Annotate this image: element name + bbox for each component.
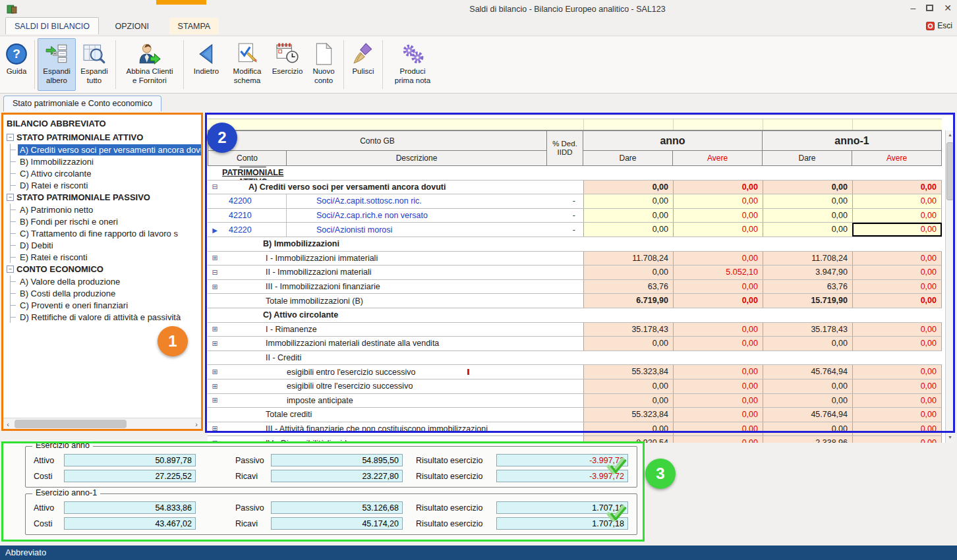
table-row[interactable]: Totale crediti55.323,840,0045.764,940,00 (208, 408, 942, 422)
value-cell[interactable]: 0,00 (673, 394, 763, 408)
table-row[interactable]: C) Attivo circolante (208, 308, 942, 323)
minimize-button[interactable]: – (910, 3, 915, 13)
value-cell[interactable]: 0,00 (852, 365, 942, 379)
table-row[interactable]: ⊟A) Crediti verso soci per versamenti an… (208, 181, 942, 195)
scroll-down-icon[interactable]: ▼ (946, 433, 954, 442)
value-cell[interactable]: 0,00 (852, 209, 942, 223)
tree-item[interactable]: C) Trattamento di fine rapporto di lavor… (11, 227, 200, 239)
value-cell[interactable]: 0,00 (852, 379, 942, 393)
value-cell[interactable]: 0,00 (583, 223, 673, 237)
table-row[interactable]: ⊞IV - Disponibilità liquide8.920,540,002… (208, 436, 942, 443)
value-cell[interactable]: 0,00 (852, 280, 942, 294)
value-cell[interactable]: 0,00 (852, 337, 942, 350)
value-cell[interactable]: 0,00 (763, 194, 852, 208)
tree-section[interactable]: −STATO PATRIMONIALE ATTIVO (7, 131, 200, 144)
scrollbar-thumb[interactable] (14, 420, 127, 428)
table-row[interactable]: ⊟II - Immobilizzazioni materiali0,005.05… (208, 266, 942, 280)
value-cell[interactable]: 0,00 (673, 365, 763, 379)
value-cell[interactable] (673, 166, 763, 180)
costi-field[interactable]: 27.225,52 (64, 470, 196, 482)
attivo-field[interactable]: 54.833,86 (64, 501, 196, 514)
collapse-icon[interactable]: − (7, 266, 14, 273)
value-cell[interactable]: 0,00 (583, 194, 673, 208)
tree-item[interactable]: A) Valore della produzione (11, 275, 200, 287)
table-row[interactable]: ⊞esigibili entro l'esercizio successivo5… (208, 365, 942, 379)
value-cell[interactable]: 0,00 (673, 379, 763, 393)
value-cell[interactable]: 3.947,90 (763, 266, 852, 279)
tree-item[interactable]: A) Crediti verso soci per versamenti anc… (11, 144, 200, 155)
value-cell[interactable]: 0,00 (852, 194, 942, 208)
value-cell[interactable]: 0,00 (583, 337, 673, 350)
value-cell[interactable]: 0,00 (583, 181, 673, 194)
value-cell[interactable] (852, 308, 942, 322)
table-row[interactable]: STATO PATRIMONIALE ATTIVO (208, 166, 942, 181)
passivo-field[interactable]: 53.126,68 (271, 501, 403, 514)
value-cell[interactable]: 0,00 (852, 422, 942, 436)
value-cell[interactable] (763, 351, 852, 365)
tree-item[interactable]: A) Patrimonio netto (11, 204, 200, 215)
row-expander-icon[interactable]: ⊞ (208, 424, 222, 433)
value-cell[interactable] (763, 308, 852, 322)
value-cell[interactable]: 0,00 (673, 323, 763, 337)
value-cell[interactable]: 11.708,24 (583, 252, 673, 266)
value-cell[interactable]: 0,00 (673, 337, 763, 350)
table-row[interactable]: ⊞I - Rimanenze35.178,430,0035.178,430,00 (208, 323, 942, 337)
value-cell[interactable]: 0,00 (673, 408, 763, 422)
ribbon-button-guida[interactable]: ?Guida (1, 38, 32, 91)
ribbon-button-nuovo-conto[interactable]: Nuovoconto (306, 38, 341, 91)
exit-button[interactable]: Esci (926, 21, 952, 30)
value-cell[interactable] (673, 308, 763, 322)
tree-item[interactable]: B) Immobilizzazioni (11, 155, 200, 167)
value-cell[interactable]: 6.719,90 (583, 294, 673, 308)
value-cell[interactable]: 0,00 (852, 181, 942, 194)
tree-section[interactable]: −STATO PATRIMONIALE PASSIVO (7, 191, 200, 204)
value-cell[interactable]: 45.764,94 (763, 408, 852, 422)
ricavi-field[interactable]: 23.227,80 (271, 470, 403, 482)
value-cell[interactable]: 0,00 (763, 337, 852, 350)
scroll-right-icon[interactable]: › (191, 419, 202, 430)
value-cell[interactable]: 0,00 (673, 181, 763, 194)
value-cell[interactable]: 55.323,84 (583, 408, 673, 422)
ribbon-button-espandi-tutto[interactable]: Espanditutto (76, 38, 113, 91)
table-row[interactable]: ⊞III - Immobilizzazioni finanziarie63,76… (208, 280, 942, 294)
value-cell[interactable]: 35.178,43 (583, 323, 673, 337)
costi-field[interactable]: 43.467,02 (64, 517, 196, 530)
ribbon-button-indietro[interactable]: Indietro (187, 38, 226, 91)
value-cell[interactable]: 0,00 (673, 252, 763, 266)
value-cell[interactable]: 0,00 (852, 394, 942, 408)
row-expander-icon[interactable]: ⊞ (208, 339, 222, 348)
value-cell[interactable]: 0,00 (583, 209, 673, 223)
value-cell[interactable]: 0,00 (583, 266, 673, 279)
value-cell[interactable]: 0,00 (763, 394, 852, 408)
value-cell[interactable]: 0,00 (852, 408, 942, 422)
value-cell[interactable] (673, 351, 763, 365)
value-cell[interactable]: 55.323,84 (583, 365, 673, 379)
value-cell[interactable]: 0,00 (852, 266, 942, 279)
value-cell[interactable]: 35.178,43 (763, 323, 852, 337)
value-cell[interactable]: 45.764,94 (763, 365, 852, 379)
value-cell[interactable]: 5.052,10 (673, 266, 763, 279)
value-cell[interactable]: 0,00 (763, 181, 852, 194)
value-cell[interactable] (852, 166, 942, 180)
row-expander-icon[interactable]: ⊞ (208, 254, 222, 262)
value-cell[interactable]: 0,00 (852, 252, 942, 266)
value-cell[interactable]: 0,00 (673, 436, 763, 443)
value-cell[interactable] (763, 166, 852, 180)
value-cell[interactable] (583, 308, 673, 322)
value-cell[interactable] (763, 237, 852, 251)
value-cell[interactable]: 0,00 (673, 422, 763, 436)
value-cell[interactable]: 0,00 (852, 323, 942, 337)
value-cell[interactable]: 0,00 (583, 422, 673, 436)
tree-item[interactable]: D) Ratei e risconti (11, 179, 200, 191)
row-expander-icon[interactable]: ⊞ (208, 325, 222, 333)
table-row[interactable]: ⊞I - Immobilizzazioni immateriali11.708,… (208, 252, 942, 266)
value-cell[interactable]: 0,00 (673, 294, 763, 308)
value-cell[interactable]: 0,00 (852, 436, 942, 443)
collapse-icon[interactable]: − (7, 134, 14, 141)
value-cell[interactable] (583, 351, 673, 365)
ribbon-button-esercizio[interactable]: Esercizio (268, 38, 306, 91)
value-cell[interactable] (852, 351, 942, 365)
value-cell[interactable] (583, 166, 673, 180)
current-row-icon[interactable]: ▶ (208, 226, 222, 234)
table-vertical-scrollbar[interactable]: ▲ ▼ (945, 130, 954, 443)
